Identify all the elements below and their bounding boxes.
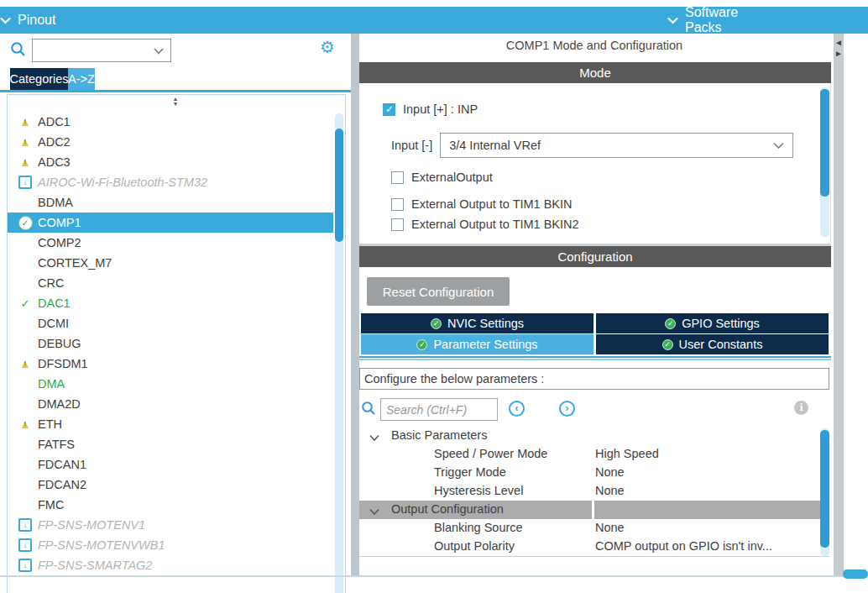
- select-value: 3/4 Internal VRef: [449, 139, 541, 152]
- list-item[interactable]: DMA: [8, 374, 333, 394]
- configuration-tab-label: GPIO Settings: [682, 317, 760, 330]
- list-item[interactable]: COMP2: [8, 233, 333, 253]
- parameter-value[interactable]: COMP output on GPIO isn't inv...: [595, 539, 772, 553]
- list-item[interactable]: FP-SNS-SMARTAG2: [8, 555, 333, 575]
- checkbox[interactable]: [391, 218, 404, 231]
- list-item-label: FP-SNS-SMARTAG2: [38, 559, 152, 572]
- check-badge-icon: ✓: [662, 339, 673, 350]
- panel-splitter[interactable]: ◄ ►: [834, 34, 844, 576]
- mode-option-label: External Output to TIM1 BKIN2: [411, 218, 579, 231]
- parameter-label: Hysteresis Level: [434, 484, 523, 497]
- parameter-label: Basic Parameters: [391, 428, 487, 442]
- chevron-down-icon[interactable]: [369, 431, 379, 444]
- collapse-left-icon[interactable]: ◄: [834, 37, 843, 48]
- left-tab[interactable]: A->Z: [68, 68, 95, 90]
- chevron-down-icon: [667, 13, 678, 28]
- parameter-value[interactable]: High Speed: [595, 447, 659, 460]
- parameter-value[interactable]: None: [595, 465, 625, 479]
- mode-scrollbar-thumb[interactable]: [820, 89, 829, 197]
- list-item[interactable]: FDCAN2: [8, 475, 333, 495]
- list-item-label: CRC: [38, 276, 64, 290]
- list-item[interactable]: ADC3: [8, 152, 333, 172]
- horizontal-scrollbar-thumb[interactable]: [843, 569, 868, 579]
- list-item[interactable]: ETH: [8, 414, 333, 434]
- sort-toggle-icon[interactable]: ▲▼: [167, 97, 184, 107]
- list-item[interactable]: ADC2: [8, 132, 333, 152]
- list-item[interactable]: FMC: [8, 495, 333, 515]
- list-item-label: FP-SNS-MOTENV1: [38, 518, 145, 532]
- configuration-tab-label: User Constants: [679, 338, 763, 351]
- item-icon: [16, 196, 34, 209]
- mode-option-row[interactable]: Input [+] : INP: [383, 97, 830, 122]
- previous-match-button[interactable]: ‹: [509, 401, 525, 417]
- parameter-row[interactable]: Basic Parameters: [359, 427, 829, 445]
- list-item-label: COMP2: [38, 236, 81, 249]
- parameter-label: Speed / Power Mode: [434, 447, 547, 460]
- reset-configuration-button[interactable]: Reset Configuration: [367, 277, 510, 306]
- list-item-label: CORTEX_M7: [38, 256, 112, 270]
- chevron-down-icon[interactable]: [369, 505, 379, 518]
- configuration-tab[interactable]: ✓ Parameter Settings: [361, 334, 593, 354]
- tree-scrollbar-thumb[interactable]: [820, 430, 829, 548]
- list-item[interactable]: BDMA: [8, 192, 333, 213]
- left-tab[interactable]: Categories: [10, 68, 68, 90]
- peripheral-search-combobox[interactable]: [32, 39, 171, 62]
- parameter-row[interactable]: Trigger Mode None: [359, 464, 829, 482]
- info-icon[interactable]: i: [794, 401, 808, 415]
- checkbox[interactable]: [383, 103, 395, 116]
- parameter-row[interactable]: Speed / Power Mode High Speed: [359, 445, 829, 464]
- configuration-tab[interactable]: ✓ GPIO Settings: [596, 313, 829, 333]
- parameter-search-input[interactable]: [380, 398, 498, 421]
- mode-option-row[interactable]: ExternalOutput: [391, 167, 830, 187]
- mode-option-row[interactable]: External Output to TIM1 BKIN2: [391, 214, 830, 234]
- next-match-button[interactable]: ›: [559, 401, 575, 417]
- list-item[interactable]: DCMI: [8, 313, 333, 333]
- active-tab-underline: [359, 356, 831, 360]
- configuration-section-header[interactable]: Configuration: [359, 244, 831, 267]
- peripheral-search-input[interactable]: [36, 40, 154, 60]
- list-item[interactable]: DAC1: [8, 293, 333, 313]
- configuration-tab[interactable]: ✓ NVIC Settings: [361, 313, 593, 333]
- list-item[interactable]: COMP1: [8, 213, 333, 233]
- checkbox[interactable]: [391, 198, 404, 211]
- item-icon: [16, 317, 34, 330]
- mode-option-row[interactable]: External Output to TIM1 BKIN: [391, 194, 830, 214]
- list-item[interactable]: CORTEX_M7: [8, 253, 333, 273]
- parameter-value[interactable]: None: [595, 521, 625, 534]
- mode-section-header[interactable]: Mode: [359, 62, 831, 83]
- list-item[interactable]: DMA2D: [8, 394, 333, 414]
- list-item[interactable]: DEBUG: [8, 333, 333, 354]
- list-item[interactable]: DFSDM1: [8, 354, 333, 374]
- configuration-tab[interactable]: ✓ User Constants: [596, 334, 829, 354]
- mode-option-row[interactable]: Input [-] 3/4 Internal VRef: [391, 135, 830, 155]
- gear-icon[interactable]: ⚙: [320, 38, 335, 56]
- parameter-row[interactable]: Output Configuration: [359, 501, 829, 519]
- list-item[interactable]: FDCAN1: [8, 454, 333, 475]
- item-icon: [16, 478, 34, 491]
- check-icon: [16, 296, 34, 310]
- list-scrollbar-thumb[interactable]: [335, 129, 343, 242]
- search-icon: [10, 41, 26, 60]
- list-item[interactable]: AIROC-Wi-Fi-Bluetooth-STM32: [8, 172, 333, 192]
- list-item[interactable]: ADC1: [8, 112, 333, 132]
- list-item[interactable]: CRC: [8, 273, 333, 293]
- download-icon: [16, 518, 34, 532]
- list-item[interactable]: FP-SNS-MOTENVWB1: [8, 535, 333, 555]
- collapse-right-icon[interactable]: ►: [834, 48, 843, 59]
- checkbox[interactable]: [391, 171, 404, 184]
- check-badge-icon: ✓: [416, 339, 427, 350]
- list-item-label: AIROC-Wi-Fi-Bluetooth-STM32: [38, 176, 207, 189]
- parameter-row[interactable]: Hysteresis Level None: [359, 482, 829, 501]
- list-item[interactable]: FATFS: [8, 434, 333, 454]
- parameter-row[interactable]: Blanking Source None: [359, 519, 829, 538]
- parameter-value[interactable]: None: [595, 484, 625, 497]
- topbar-menu[interactable]: Software Packs: [667, 7, 772, 34]
- warning-icon: [16, 135, 34, 149]
- topbar-menu[interactable]: Pinout: [0, 7, 55, 34]
- panel-divider[interactable]: [351, 34, 359, 576]
- input-minus-select[interactable]: 3/4 Internal VRef: [440, 133, 793, 158]
- chevron-down-icon[interactable]: [154, 43, 164, 58]
- parameter-row[interactable]: Output Polarity COMP output on GPIO isn'…: [359, 538, 829, 556]
- tab-underline: [0, 90, 351, 92]
- list-item[interactable]: FP-SNS-MOTENV1: [8, 515, 333, 535]
